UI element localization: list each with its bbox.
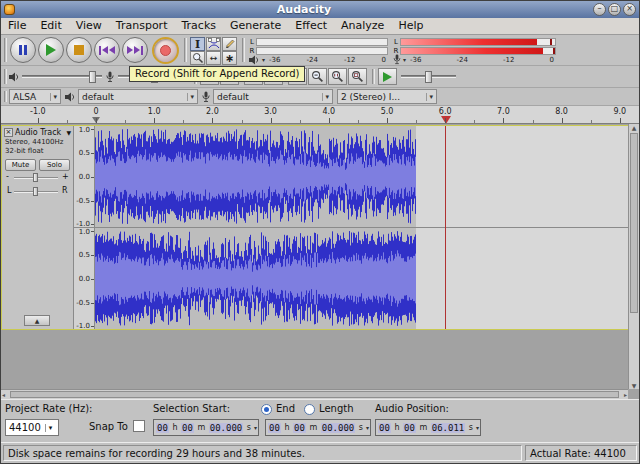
audio-track[interactable]: × Audio Track ▼ Stereo, 44100Hz 32-bit f… [1, 125, 630, 330]
toolbar-grip[interactable] [184, 38, 187, 62]
time-digit-segment[interactable]: 00.000 [209, 423, 244, 433]
vertical-ruler[interactable]: 1.00.50.0-0.5-1.0 1.00.50.0-0.5-1.0 [74, 126, 95, 329]
length-radio-label[interactable]: Length [319, 403, 354, 414]
zoom-out-button[interactable] [308, 68, 327, 85]
menu-item-effect[interactable]: Effect [288, 18, 334, 34]
recording-meter-bar-r[interactable] [400, 47, 556, 55]
project-rate-select[interactable]: 44100▾ [5, 419, 59, 436]
selection-end-field[interactable]: 00 h 00 m 00.000 s▾ [265, 419, 371, 436]
timefield-arrow-icon[interactable]: ▾ [366, 424, 369, 431]
record-button[interactable] [152, 37, 179, 64]
toolbar-grip[interactable] [4, 38, 7, 62]
time-digit-segment[interactable]: 00 [403, 423, 416, 433]
end-radio[interactable] [261, 404, 272, 415]
minimize-button[interactable]: – [593, 3, 606, 16]
horizontal-scrollbar[interactable]: ◂ ▸ [1, 389, 628, 399]
track-collapse-button[interactable]: ▲ [24, 315, 50, 326]
menu-item-file[interactable]: File [1, 18, 33, 34]
waveform-left-channel[interactable] [95, 126, 628, 227]
playback-meter-bar-r[interactable] [256, 47, 388, 55]
toolbar-grip[interactable] [4, 91, 7, 102]
length-radio[interactable] [304, 404, 315, 415]
meter-dropdown-icon[interactable]: ▾ [403, 56, 406, 63]
vertical-scrollbar[interactable]: ▲ ▼ [628, 124, 639, 389]
ibeam-icon: I [195, 38, 200, 51]
draw-tool-button[interactable] [222, 37, 237, 51]
time-digit-segment[interactable]: 00 [156, 423, 169, 433]
end-radio-label[interactable]: End [276, 403, 295, 414]
waveform-area[interactable] [95, 126, 629, 329]
track-menu-button[interactable]: ▼ [66, 129, 71, 136]
skip-to-end-button[interactable] [122, 37, 148, 63]
skip-to-start-button[interactable] [94, 37, 120, 63]
playback-meter-bar-l[interactable] [256, 38, 388, 46]
recording-meter[interactable]: L R ▾ -36-24-120 [392, 37, 556, 64]
toolbar-grip[interactable] [372, 69, 375, 84]
meter-channel-label: L [248, 38, 256, 46]
mute-button[interactable]: Mute [5, 159, 36, 171]
toolbar-grip[interactable] [242, 38, 245, 62]
maximize-button[interactable]: □ [608, 3, 621, 16]
vertical-scale-tick [91, 153, 94, 154]
waveform-right-channel[interactable] [95, 228, 628, 329]
menu-item-analyze[interactable]: Analyze [334, 18, 391, 34]
scroll-down-icon[interactable]: ▼ [629, 382, 639, 389]
timeshift-tool-button[interactable]: ↔ [206, 51, 221, 65]
track-name[interactable]: Audio Track [15, 128, 61, 137]
vertical-scale-label: -0.5 [76, 299, 90, 307]
timefield-arrow-icon[interactable]: ▾ [476, 424, 479, 431]
pan-slider-thumb[interactable] [33, 187, 38, 196]
toolbar-row-transport: I ↔ ∗ L R ▾ -36-24-120 L R ▾ -36-24-120 [1, 35, 639, 66]
stop-button[interactable] [66, 37, 92, 63]
menu-item-edit[interactable]: Edit [33, 18, 68, 34]
input-device-select[interactable]: default▾ [213, 89, 333, 104]
menu-item-tracks[interactable]: Tracks [174, 18, 223, 34]
output-device-select[interactable]: default▾ [78, 89, 198, 104]
time-digit-segment[interactable]: 00 [293, 423, 306, 433]
playback-speed-thumb[interactable] [425, 71, 432, 83]
timeline-ruler[interactable]: -1.001.02.03.04.05.06.07.08.09.0 [1, 106, 639, 124]
menu-item-generate[interactable]: Generate [223, 18, 288, 34]
time-digit-segment[interactable]: 00 [268, 423, 281, 433]
titlebar[interactable]: Audacity – □ × [1, 1, 639, 18]
time-digit-segment[interactable]: 00 [181, 423, 194, 433]
audio-position-field[interactable]: 00 h 00 m 06.011 s▾ [375, 419, 481, 436]
envelope-tool-button[interactable] [206, 37, 221, 51]
time-digit-segment[interactable]: 00.000 [321, 423, 356, 433]
recording-meter-bar-l[interactable] [400, 38, 556, 46]
zoom-tool-button[interactable] [190, 51, 205, 65]
track-close-button[interactable]: × [4, 128, 13, 137]
pause-button[interactable] [10, 37, 36, 63]
solo-button[interactable]: Solo [39, 159, 70, 171]
fit-project-button[interactable] [348, 68, 367, 85]
host-select[interactable]: ALSA▾ [9, 89, 61, 104]
menu-item-help[interactable]: Help [391, 18, 430, 34]
vertical-scrollbar-thumb[interactable] [630, 133, 638, 313]
time-digit-segment[interactable]: 00 [378, 423, 391, 433]
track-area[interactable]: × Audio Track ▼ Stereo, 44100Hz 32-bit f… [1, 124, 639, 399]
time-unit-label: h [169, 423, 181, 432]
scroll-left-icon[interactable]: ◂ [2, 391, 5, 398]
input-channels-select[interactable]: 2 (Stereo) I...▾ [337, 89, 437, 104]
time-digit-segment[interactable]: 06.011 [431, 423, 466, 433]
playback-meter[interactable]: L R ▾ -36-24-120 [248, 37, 388, 64]
selection-tool-button[interactable]: I [190, 37, 205, 51]
output-volume-thumb[interactable] [89, 71, 96, 83]
gain-slider-thumb[interactable] [33, 173, 38, 182]
close-button[interactable]: × [623, 3, 636, 16]
selection-start-field[interactable]: 00 h 00 m 00.000 s▾ [153, 419, 259, 436]
menu-item-view[interactable]: View [69, 18, 109, 34]
horizontal-scrollbar-thumb[interactable] [10, 391, 619, 398]
multi-tool-button[interactable]: ∗ [222, 51, 237, 65]
audacity-window: Audacity – □ × FileEditViewTransportTrac… [0, 0, 640, 464]
play-at-speed-button[interactable] [378, 68, 397, 85]
meter-dropdown-icon[interactable]: ▾ [262, 56, 265, 63]
fit-selection-button[interactable] [328, 68, 347, 85]
snap-to-checkbox[interactable] [133, 420, 145, 432]
scroll-right-icon[interactable]: ▸ [624, 391, 627, 398]
timefield-arrow-icon[interactable]: ▾ [254, 424, 257, 431]
menu-item-transport[interactable]: Transport [109, 18, 175, 34]
scroll-up-icon[interactable]: ▲ [629, 124, 639, 131]
play-button[interactable] [38, 37, 64, 63]
toolbar-grip[interactable] [4, 69, 7, 84]
